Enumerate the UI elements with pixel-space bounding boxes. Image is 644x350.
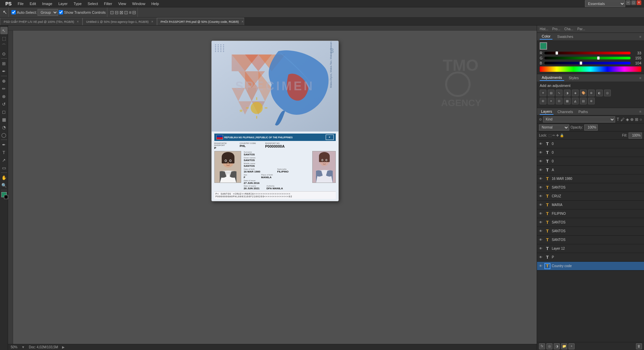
delete-layer-btn[interactable]: 🗑 <box>636 343 642 349</box>
adj-hue[interactable]: 🎨 <box>580 90 587 96</box>
layer-item-cruz[interactable]: 👁 T CRUZ <box>537 192 644 201</box>
lasso-tool[interactable]: ⌒ <box>0 42 8 50</box>
channels-tab[interactable]: Channels <box>556 109 574 114</box>
layer-visibility-icon[interactable]: 👁 <box>538 229 543 234</box>
quick-select-tool[interactable]: ⊙ <box>0 50 8 57</box>
tab-close-0[interactable]: × <box>77 20 79 23</box>
properties-panel-btn[interactable]: Pro... <box>551 27 562 31</box>
layer-visibility-icon[interactable]: 👁 <box>538 185 543 190</box>
layer-visibility-icon[interactable]: 👁 <box>538 168 543 172</box>
layer-visibility-icon[interactable]: 👁 <box>538 255 543 260</box>
align-btn-1[interactable]: ⊡ <box>110 10 114 15</box>
canvas-area[interactable]: TMO AGENCY <box>13 31 537 344</box>
filter-btn-1[interactable]: T <box>616 117 619 122</box>
align-btn-4[interactable]: ⊡ <box>124 10 128 15</box>
menu-help[interactable]: Help <box>149 1 162 6</box>
close-button[interactable]: × <box>637 0 641 5</box>
adj-selective-color[interactable]: ⊕ <box>588 98 595 104</box>
layer-visibility-icon[interactable]: 👁 <box>538 246 543 251</box>
zoom-button[interactable]: ▼ <box>21 345 25 349</box>
adj-levels[interactable]: ▤ <box>548 90 554 96</box>
align-btn-3[interactable]: ⊠ <box>119 10 123 15</box>
align-btn-6[interactable]: ⊟ <box>132 10 136 15</box>
styles-tab[interactable]: Styles <box>567 75 581 81</box>
layer-item[interactable]: 👁 T SANTOS <box>537 227 644 236</box>
b-slider[interactable] <box>544 62 631 64</box>
tab-passport[interactable]: PHÔI PASSPORT PHI.psd @ 50% (Country cod… <box>157 18 244 25</box>
tab-close-2[interactable]: × <box>241 20 244 23</box>
layers-panel-menu[interactable]: ≡ <box>639 110 641 113</box>
adj-channel-mixer[interactable]: ⊞ <box>540 98 546 104</box>
eyedropper-tool[interactable]: ✒ <box>0 67 8 75</box>
marquee-tool[interactable]: ⬚ <box>0 35 8 42</box>
fill-input[interactable] <box>629 133 642 139</box>
menu-ps[interactable]: PS <box>3 0 14 7</box>
blend-mode-select[interactable]: Normal <box>539 124 569 131</box>
menu-select[interactable]: Select <box>85 1 101 6</box>
lock-position-icon[interactable]: ✚ <box>556 134 559 137</box>
blur-tool[interactable]: ◔ <box>0 123 8 131</box>
new-layer-btn[interactable]: + <box>569 343 575 349</box>
filter-btn-3[interactable]: ◈ <box>626 117 629 122</box>
color-panel-header[interactable]: Color Swatches ≡ <box>537 33 644 40</box>
layer-item[interactable]: 👁 T 0 <box>537 148 644 157</box>
adj-vibrance[interactable]: ◈ <box>572 90 579 96</box>
layer-item[interactable]: 👁 T 0 <box>537 157 644 166</box>
adj-invert[interactable]: ⊟ <box>556 98 562 104</box>
r-slider[interactable] <box>544 52 631 54</box>
layer-item[interactable]: 👁 T MARIA <box>537 201 644 209</box>
lock-image-icon[interactable]: ✏ <box>552 134 555 137</box>
layer-item[interactable]: 👁 T A <box>537 166 644 174</box>
layer-visibility-icon[interactable]: 👁 <box>538 177 543 181</box>
layer-visibility-icon[interactable]: 👁 <box>538 194 543 199</box>
layer-item[interactable]: 👁 T SANTOS <box>537 183 644 192</box>
menu-image[interactable]: Image <box>39 1 55 6</box>
new-adjustment-btn[interactable]: ◑ <box>554 343 560 349</box>
stamp-tool[interactable]: ⊗ <box>0 93 8 100</box>
menu-file[interactable]: File <box>15 1 26 6</box>
filter-btn-2[interactable]: 🖊 <box>621 117 625 122</box>
maximize-button[interactable]: □ <box>631 0 636 5</box>
layer-item[interactable]: 👁 T P <box>537 253 644 262</box>
layer-item-country-code[interactable]: 👁 T Country code <box>537 262 644 270</box>
adj-photo-filter[interactable]: ◎ <box>604 90 611 96</box>
color-tab[interactable]: Color <box>540 34 552 40</box>
color-panel-close[interactable]: ≡ <box>639 35 641 39</box>
auto-select-checkbox[interactable] <box>11 10 16 14</box>
brush-tool[interactable]: ✏ <box>0 85 8 92</box>
crop-tool[interactable]: ⊞ <box>0 60 8 67</box>
shape-tool[interactable]: ▭ <box>0 164 8 171</box>
type-tool[interactable]: T <box>0 149 8 156</box>
path-select-tool[interactable]: ↗ <box>0 156 8 164</box>
layer-item[interactable]: 👁 T Layer 12 <box>537 244 644 253</box>
lock-transparent-icon[interactable]: ⬚ <box>548 134 551 137</box>
layer-visibility-icon[interactable]: 👁 <box>538 264 543 268</box>
color-spectrum[interactable] <box>540 66 641 72</box>
layer-visibility-icon[interactable]: 👁 <box>538 203 543 207</box>
hand-tool[interactable]: ✋ <box>0 174 8 181</box>
menu-edit[interactable]: Edit <box>27 1 39 6</box>
layer-item[interactable]: 👁 T 16 MAR 1980 <box>537 174 644 183</box>
progress-arrow[interactable]: ▶ <box>62 345 65 349</box>
paths-tab[interactable]: Paths <box>577 109 589 114</box>
layers-tab[interactable]: Layers <box>540 109 553 115</box>
g-slider[interactable] <box>544 57 631 59</box>
adj-threshold[interactable]: ◭ <box>572 98 579 104</box>
histogram-panel-btn[interactable]: Hist... <box>538 27 550 31</box>
character-panel-btn[interactable]: Cha... <box>563 27 575 31</box>
layer-kind-select[interactable]: Kind <box>543 116 615 122</box>
adj-gradient-map[interactable]: ▤ <box>580 98 587 104</box>
layer-visibility-icon[interactable]: 👁 <box>538 159 543 164</box>
workspace-select[interactable]: Essentials <box>585 0 625 7</box>
adj-panel-close[interactable]: ≡ <box>639 76 641 80</box>
add-mask-btn[interactable]: ◎ <box>546 343 552 349</box>
pen-tool[interactable]: ✒ <box>0 141 8 148</box>
adj-brightness[interactable]: ☀ <box>540 90 546 96</box>
layer-item[interactable]: 👁 T SANTOS <box>537 236 644 244</box>
layer-visibility-icon[interactable]: 👁 <box>538 142 543 146</box>
minimize-button[interactable]: − <box>626 0 631 5</box>
history-brush-tool[interactable]: ↺ <box>0 100 8 108</box>
adj-curves[interactable]: ∿ <box>556 90 562 96</box>
layer-visibility-icon[interactable]: 👁 <box>538 238 543 242</box>
layer-visibility-icon[interactable]: 👁 <box>538 150 543 155</box>
